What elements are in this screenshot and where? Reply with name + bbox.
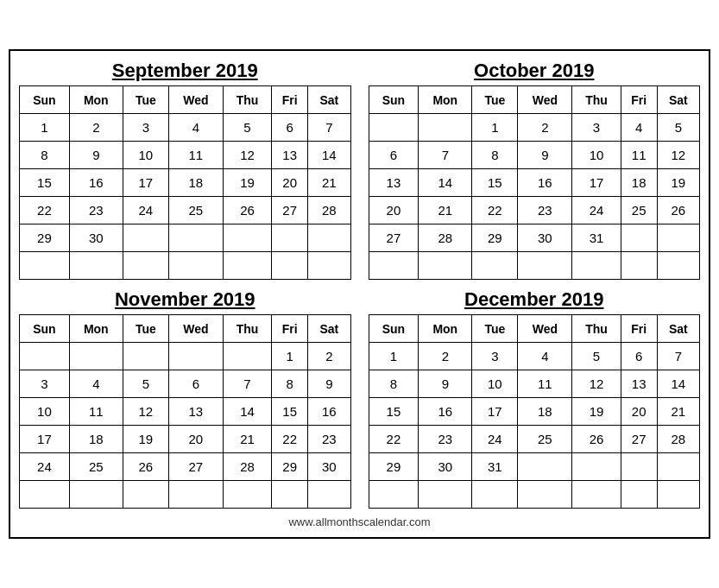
month-title-1: October 2019 <box>369 60 701 82</box>
day-cell <box>20 481 70 509</box>
day-cell: 6 <box>621 343 657 370</box>
day-header: Fri <box>621 86 657 114</box>
day-cell <box>657 252 699 280</box>
calendars-grid: September 2019SunMonTueWedThuFriSat12345… <box>19 60 700 509</box>
day-cell: 19 <box>572 398 621 426</box>
day-cell: 26 <box>657 197 699 224</box>
day-cell <box>657 224 699 252</box>
day-cell: 3 <box>123 114 168 142</box>
day-cell: 2 <box>69 114 123 142</box>
day-cell <box>621 252 657 280</box>
day-cell <box>168 481 223 509</box>
day-cell <box>572 481 621 509</box>
day-cell <box>657 481 699 509</box>
day-cell <box>272 252 308 280</box>
day-cell: 15 <box>369 398 419 426</box>
day-cell: 14 <box>657 370 699 398</box>
day-cell <box>472 252 518 280</box>
day-cell: 4 <box>69 370 123 398</box>
day-cell: 10 <box>472 370 518 398</box>
page-container: September 2019SunMonTueWedThuFriSat12345… <box>9 49 710 539</box>
week-row <box>369 481 700 509</box>
day-cell: 22 <box>272 426 308 453</box>
day-cell <box>69 481 123 509</box>
day-cell: 16 <box>518 169 572 197</box>
day-cell: 31 <box>472 453 518 481</box>
day-cell: 9 <box>419 370 472 398</box>
month-calendar-2: November 2019SunMonTueWedThuFriSat123456… <box>19 288 351 509</box>
day-cell: 1 <box>472 114 518 142</box>
day-cell: 18 <box>518 398 572 426</box>
day-cell: 3 <box>572 114 621 142</box>
day-cell: 4 <box>518 343 572 370</box>
day-cell: 17 <box>123 169 168 197</box>
day-header: Wed <box>518 86 572 114</box>
day-cell: 4 <box>168 114 223 142</box>
day-cell: 24 <box>472 426 518 453</box>
day-cell <box>308 481 350 509</box>
day-cell: 29 <box>369 453 419 481</box>
day-cell: 12 <box>123 398 168 426</box>
day-cell <box>223 252 271 280</box>
day-cell <box>69 343 123 370</box>
day-cell: 11 <box>621 142 657 169</box>
day-cell: 23 <box>308 426 350 453</box>
day-cell: 20 <box>369 197 419 224</box>
day-cell: 22 <box>472 197 518 224</box>
week-row: 10111213141516 <box>20 398 351 426</box>
day-cell: 17 <box>572 169 621 197</box>
week-row <box>20 481 351 509</box>
day-cell <box>419 481 472 509</box>
day-cell: 15 <box>272 398 308 426</box>
day-cell: 9 <box>518 142 572 169</box>
day-cell: 22 <box>20 197 70 224</box>
day-cell: 3 <box>472 343 518 370</box>
day-cell: 18 <box>69 426 123 453</box>
day-cell <box>168 343 223 370</box>
day-cell: 9 <box>308 370 350 398</box>
day-cell: 29 <box>20 224 70 252</box>
day-header: Sun <box>369 86 419 114</box>
day-cell: 28 <box>223 453 271 481</box>
day-header: Wed <box>518 315 572 343</box>
day-cell: 20 <box>621 398 657 426</box>
day-cell <box>657 453 699 481</box>
day-cell <box>518 453 572 481</box>
day-cell <box>168 224 223 252</box>
day-cell <box>20 343 70 370</box>
day-cell: 7 <box>223 370 271 398</box>
day-cell: 8 <box>272 370 308 398</box>
day-cell <box>123 224 168 252</box>
day-cell <box>369 481 419 509</box>
day-cell <box>419 114 472 142</box>
day-cell <box>419 252 472 280</box>
day-header: Wed <box>168 86 223 114</box>
week-row: 15161718192021 <box>369 398 700 426</box>
day-cell: 1 <box>272 343 308 370</box>
day-cell: 2 <box>419 343 472 370</box>
day-cell <box>272 224 308 252</box>
day-cell: 5 <box>657 114 699 142</box>
cal-table-1: SunMonTueWedThuFriSat1234567891011121314… <box>369 85 701 280</box>
day-header: Sat <box>308 86 350 114</box>
day-header: Mon <box>69 315 123 343</box>
day-cell: 26 <box>123 453 168 481</box>
day-cell <box>308 252 350 280</box>
day-cell <box>369 252 419 280</box>
day-cell: 6 <box>168 370 223 398</box>
day-cell: 28 <box>419 224 472 252</box>
day-cell: 30 <box>308 453 350 481</box>
week-row: 293031 <box>369 453 700 481</box>
day-cell <box>369 114 419 142</box>
day-cell <box>621 224 657 252</box>
day-header: Thu <box>223 315 271 343</box>
day-cell: 11 <box>69 398 123 426</box>
day-cell <box>308 224 350 252</box>
day-cell: 5 <box>572 343 621 370</box>
day-cell: 10 <box>123 142 168 169</box>
day-cell <box>621 481 657 509</box>
day-cell: 21 <box>223 426 271 453</box>
week-row: 2930 <box>20 224 351 252</box>
day-cell: 1 <box>369 343 419 370</box>
day-cell: 18 <box>621 169 657 197</box>
